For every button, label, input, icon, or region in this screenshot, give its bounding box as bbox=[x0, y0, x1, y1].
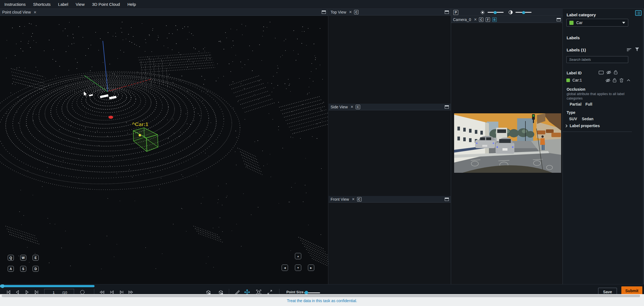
step-back-icon[interactable] bbox=[109, 289, 115, 294]
frame-timeline[interactable] bbox=[0, 285, 328, 287]
add-fitted-cuboid-icon[interactable] bbox=[218, 289, 224, 294]
camera-toggle-button[interactable]: C bbox=[354, 10, 358, 14]
front-view-panel[interactable]: Front View ✕ C bbox=[329, 196, 451, 284]
key-s[interactable]: S bbox=[20, 266, 26, 272]
point-cloud-header: Point cloud View ✕ bbox=[0, 9, 328, 16]
lock-icon[interactable] bbox=[614, 70, 617, 74]
save-button[interactable]: Save bbox=[598, 288, 617, 294]
pan-up-button[interactable]: ▲ bbox=[295, 253, 301, 259]
ruler-icon[interactable] bbox=[234, 289, 240, 294]
expand-icon[interactable] bbox=[267, 289, 273, 294]
loop-icon[interactable] bbox=[80, 289, 85, 294]
occlusion-option-full[interactable]: Full bbox=[585, 102, 592, 106]
play-icon[interactable] bbox=[24, 289, 30, 294]
chevron-right-icon bbox=[566, 124, 567, 127]
pan-right-button[interactable]: ▶ bbox=[308, 265, 314, 271]
step-forward-icon[interactable] bbox=[119, 289, 124, 294]
trash-icon[interactable] bbox=[620, 78, 623, 82]
chevron-up-icon[interactable] bbox=[627, 79, 630, 81]
camera-c-button[interactable]: C bbox=[479, 17, 483, 22]
frame-fit-icon[interactable] bbox=[256, 289, 261, 294]
prev-frame-icon[interactable] bbox=[15, 289, 20, 294]
eye-off-icon[interactable] bbox=[606, 79, 610, 82]
sort-icon[interactable] bbox=[627, 48, 631, 51]
submit-button[interactable]: Submit bbox=[621, 286, 642, 294]
label-category-select[interactable]: Car bbox=[566, 19, 628, 27]
menu-shortcuts[interactable]: Shortcuts bbox=[33, 2, 51, 7]
divider bbox=[229, 289, 229, 294]
close-icon[interactable]: ✕ bbox=[350, 105, 354, 109]
window-icon[interactable] bbox=[322, 11, 326, 14]
fast-forward-icon[interactable] bbox=[128, 289, 133, 294]
first-frame-icon[interactable] bbox=[6, 289, 11, 294]
window-icon[interactable] bbox=[445, 105, 449, 109]
menu-3d-point-cloud[interactable]: 3D Point Cloud bbox=[92, 2, 120, 7]
move-tool-icon[interactable] bbox=[244, 289, 250, 294]
side-view-panel[interactable]: Side View ✕ C bbox=[329, 104, 451, 196]
next-frame-icon[interactable] bbox=[34, 289, 39, 294]
window-icon[interactable] bbox=[557, 18, 561, 21]
projection-button[interactable]: P bbox=[453, 10, 458, 15]
menu-label[interactable]: Label bbox=[58, 2, 68, 7]
camera-toggle-button[interactable]: C bbox=[356, 105, 360, 109]
key-e[interactable]: E bbox=[33, 255, 39, 261]
timeline-scrubber[interactable] bbox=[1, 284, 4, 288]
menu-view[interactable]: View bbox=[76, 2, 85, 7]
lock-icon[interactable] bbox=[613, 78, 616, 82]
camera-image[interactable] bbox=[454, 113, 561, 173]
ego-marker bbox=[109, 116, 113, 119]
close-icon[interactable]: ✕ bbox=[474, 17, 477, 22]
contrast-slider[interactable] bbox=[515, 11, 532, 14]
close-icon[interactable]: ✕ bbox=[352, 197, 355, 201]
divider bbox=[279, 289, 279, 294]
key-d[interactable]: D bbox=[33, 266, 39, 272]
occlusion-option-partial[interactable]: Partial bbox=[570, 102, 582, 106]
close-icon[interactable]: ✕ bbox=[349, 10, 352, 14]
top-view-panel[interactable]: Top View ✕ C bbox=[329, 9, 451, 104]
camera-f-button[interactable]: F bbox=[486, 17, 490, 22]
rewind-icon[interactable] bbox=[99, 289, 105, 294]
car-cuboid[interactable] bbox=[133, 128, 158, 151]
menu-help[interactable]: Help bbox=[127, 2, 136, 7]
horizontal-scrollbar[interactable] bbox=[2, 295, 640, 297]
type-option-suv[interactable]: SUV bbox=[569, 117, 577, 121]
camera-panel: P Camera_0 ✕ C F B bbox=[451, 9, 563, 284]
sidebar-scrollbar[interactable] bbox=[643, 9, 644, 284]
chevron-down-icon bbox=[622, 22, 625, 24]
labels-count-heading: Labels (1) bbox=[567, 48, 586, 52]
type-option-sedan[interactable]: Sedan bbox=[582, 117, 593, 121]
add-cuboid-icon[interactable] bbox=[206, 289, 211, 294]
camera-toggle-button[interactable]: C bbox=[357, 197, 362, 202]
label-row-car-1[interactable]: Car:1 bbox=[566, 78, 582, 82]
front-view-title: Front View bbox=[331, 197, 349, 202]
menu-instructions[interactable]: Instructions bbox=[4, 2, 26, 7]
camera-b-button[interactable]: B bbox=[492, 17, 497, 22]
page-footer: Treat the data in this task as confident… bbox=[0, 294, 644, 306]
window-icon[interactable] bbox=[445, 11, 449, 14]
brightness-slider[interactable] bbox=[488, 11, 504, 14]
tag-icon[interactable] bbox=[599, 71, 604, 74]
window-icon[interactable] bbox=[445, 198, 449, 201]
filter-icon[interactable] bbox=[635, 48, 639, 51]
point-cloud-panel: Point cloud View ✕ bbox=[0, 9, 328, 284]
cuboid-anchor bbox=[139, 134, 141, 137]
close-icon[interactable]: ✕ bbox=[33, 10, 36, 14]
frame-number-input[interactable] bbox=[47, 291, 60, 294]
pan-down-button[interactable]: ▼ bbox=[295, 265, 301, 271]
divider bbox=[563, 132, 632, 132]
point-cloud-title: Point cloud View bbox=[2, 10, 31, 14]
search-labels-input[interactable] bbox=[566, 56, 628, 63]
label-properties-expander[interactable]: Label properties bbox=[566, 124, 600, 128]
key-a[interactable]: A bbox=[8, 266, 14, 272]
eye-off-icon[interactable] bbox=[606, 70, 611, 74]
key-w[interactable]: W bbox=[20, 255, 26, 261]
label-color-swatch bbox=[566, 79, 570, 82]
menu-bar: Instructions Shortcuts Label View 3D Poi… bbox=[0, 0, 644, 9]
label-sidebar: Label category Car Labels Labels (1) Lab… bbox=[563, 9, 644, 284]
key-q[interactable]: Q bbox=[8, 255, 14, 261]
label-id-heading: Label ID bbox=[567, 71, 582, 75]
pan-left-button[interactable]: ◀ bbox=[282, 265, 288, 271]
point-size-handle[interactable] bbox=[305, 291, 308, 294]
label-list-toggle-icon[interactable] bbox=[635, 10, 642, 16]
point-cloud-viewport[interactable]: ^Car:1 bbox=[0, 16, 328, 284]
